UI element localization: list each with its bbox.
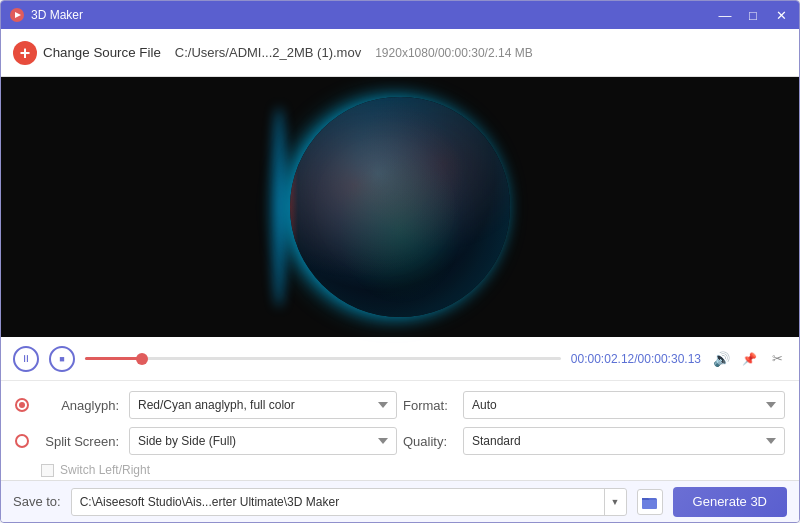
toolbar: + Change Source File C:/Users/ADMI...2_2… [1, 29, 799, 77]
split-screen-select[interactable]: Side by Side (Full)Side by Side (Half)Ov… [129, 427, 397, 455]
title-bar-controls: — □ ✕ [715, 5, 791, 25]
quality-select[interactable]: StandardHighUltra [463, 427, 785, 455]
pause-icon: ⏸ [21, 353, 31, 364]
save-path-group: ▼ [71, 488, 627, 516]
globe-glow [272, 107, 286, 307]
switch-checkbox-item: Switch Left/Right [41, 463, 150, 477]
format-select[interactable]: AutoMP4AVIMOVMKV [463, 391, 785, 419]
app-window: 3D Maker — □ ✕ + Change Source File C:/U… [0, 0, 800, 523]
playback-icons: 🔊 📌 ✂ [711, 349, 787, 369]
playback-bar: ⏸ ■ 00:00:02.12/00:00:30.13 🔊 📌 ✂ [1, 337, 799, 381]
anaglyph-label: Anaglyph: [39, 398, 119, 413]
quality-label: Quality: [403, 434, 453, 449]
save-browse-button[interactable] [637, 489, 663, 515]
save-path-input[interactable] [72, 489, 604, 515]
progress-track[interactable] [85, 357, 561, 360]
generate-3d-button[interactable]: Generate 3D [673, 487, 787, 517]
progress-thumb [136, 353, 148, 365]
globe-container [290, 97, 510, 317]
save-path-dropdown-button[interactable]: ▼ [604, 489, 626, 515]
stop-button[interactable]: ■ [49, 346, 75, 372]
maximize-button[interactable]: □ [743, 5, 763, 25]
app-icon [9, 7, 25, 23]
anaglyph-radio[interactable] [15, 398, 29, 412]
pin-icon[interactable]: 📌 [739, 349, 759, 369]
minimize-button[interactable]: — [715, 5, 735, 25]
quality-row: Quality: StandardHighUltra [403, 427, 785, 455]
format-label: Format: [403, 398, 453, 413]
anaglyph-row: Anaglyph: Red/Cyan anaglyph, full colorR… [15, 391, 397, 419]
source-filename: C:/Users/ADMI...2_2MB (1).mov [175, 45, 361, 60]
folder-icon [642, 495, 658, 509]
change-source-button[interactable]: + Change Source File [13, 41, 161, 65]
split-screen-row: Split Screen: Side by Side (Full)Side by… [15, 427, 397, 455]
save-label: Save to: [13, 494, 61, 509]
switch-row: Switch Left/Right [15, 463, 397, 477]
split-screen-label: Split Screen: [39, 434, 119, 449]
time-total: 00:00:30.13 [638, 352, 701, 366]
scissors-icon[interactable]: ✂ [767, 349, 787, 369]
video-preview [1, 77, 799, 337]
volume-icon[interactable]: 🔊 [711, 349, 731, 369]
time-current: 00:00:02.12 [571, 352, 634, 366]
stop-icon: ■ [59, 354, 64, 364]
format-row: Format: AutoMP4AVIMOVMKV [403, 391, 785, 419]
anaglyph-select[interactable]: Red/Cyan anaglyph, full colorRed/Cyan an… [129, 391, 397, 419]
change-source-label: Change Source File [43, 45, 161, 60]
app-title: 3D Maker [31, 8, 83, 22]
switch-label: Switch Left/Right [60, 463, 150, 477]
switch-checkbox[interactable] [41, 464, 54, 477]
split-screen-radio[interactable] [15, 434, 29, 448]
time-display: 00:00:02.12/00:00:30.13 [571, 352, 701, 366]
globe-visual [290, 97, 510, 317]
plus-icon: + [13, 41, 37, 65]
source-meta: 1920x1080/00:00:30/2.14 MB [375, 46, 532, 60]
title-bar: 3D Maker — □ ✕ [1, 1, 799, 29]
save-bar: Save to: ▼ Generate 3D [1, 480, 799, 522]
pause-button[interactable]: ⏸ [13, 346, 39, 372]
title-bar-left: 3D Maker [9, 7, 83, 23]
progress-fill [85, 357, 142, 360]
close-button[interactable]: ✕ [771, 5, 791, 25]
